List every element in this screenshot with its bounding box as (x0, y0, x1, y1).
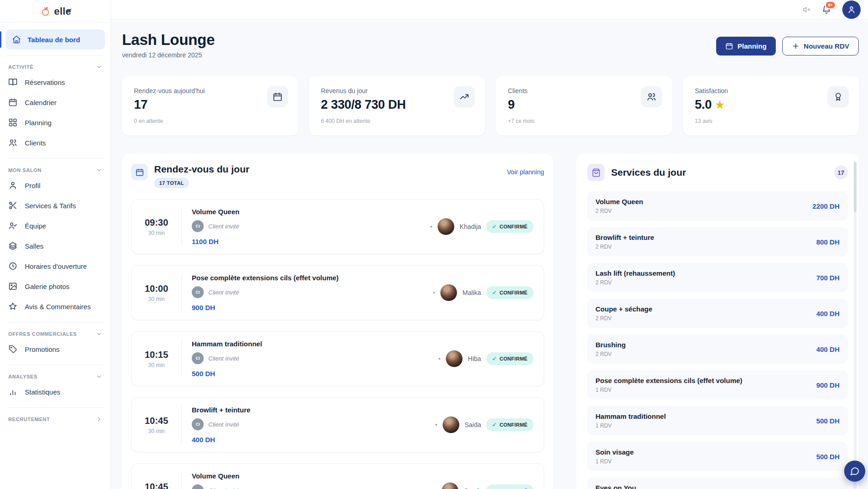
sidebar-item-services-tarifs[interactable]: Services & Tarifs (0, 195, 111, 216)
service-price: 800 DH (816, 238, 840, 246)
sidebar-item-avis[interactable]: Avis & Commentaires (0, 296, 111, 317)
service-price: 2200 DH (812, 202, 840, 210)
chat-button[interactable] (844, 461, 865, 482)
new-rdv-button[interactable]: Nouveau RDV (782, 37, 859, 56)
brand-name: elle (54, 6, 72, 17)
appointment-time: 10:15 (142, 350, 171, 360)
sidebar-item-statistiques[interactable]: Statistiques (0, 382, 111, 402)
topbar: 9+ (111, 0, 868, 19)
appointment-duration: 30 min (142, 362, 171, 368)
service-name: Brushing (595, 341, 626, 349)
service-rdv-count: 1 RDV (595, 387, 742, 393)
notification-count-badge: 9+ (825, 1, 836, 9)
user-menu-avatar[interactable] (842, 0, 861, 19)
service-rdv-count: 2 RDV (595, 279, 675, 286)
appointment-time: 10:45 (142, 482, 171, 489)
service-price: 500 DH (816, 453, 840, 461)
service-price: 700 DH (816, 274, 840, 282)
bullet-dot (430, 226, 432, 228)
divider (181, 472, 182, 489)
check-icon: ✓ (492, 289, 497, 296)
sidebar-item-calendrier[interactable]: Calendrier (0, 92, 111, 112)
service-price: 900 DH (816, 381, 840, 389)
appointment-time: 09:30 (142, 217, 171, 228)
staff-name: Sarah (464, 487, 481, 489)
sidebar-item-galerie[interactable]: Galerie photos (0, 276, 111, 296)
service-rdv-count: 2 RDV (595, 351, 626, 357)
stat-card-revenue: Revenus du jour 2 330/8 730 DH 6 400 DH … (309, 76, 485, 135)
staff-photo-avatar (437, 218, 455, 235)
section-analyses[interactable]: ANALYSES (8, 373, 102, 380)
appointment-price: 500 DH (192, 370, 439, 378)
service-rdv-count: 1 RDV (595, 422, 666, 429)
star-icon: ★ (715, 99, 724, 111)
section-activite[interactable]: ACTIVITÉ (8, 64, 102, 70)
scrollbar-thumb[interactable] (854, 162, 857, 212)
service-row: Eyes on You 1 RDV 500 DH (587, 478, 848, 489)
divider (181, 406, 182, 444)
chevron-down-icon (96, 373, 102, 380)
page-title: Lash Lounge (122, 31, 215, 49)
appointment-row[interactable]: 10:00 30 min Pose complète extensions ci… (131, 265, 544, 320)
brand-logo: elle (0, 0, 111, 23)
user-icon (8, 181, 17, 190)
appointment-row[interactable]: 10:45 30 min Volume Queen CI Client invi… (131, 463, 544, 489)
main-area: 9+ Lash Lounge vendredi 12 décembre 2025… (111, 0, 868, 489)
service-row: Soin visage 1 RDV 500 DH (587, 442, 848, 471)
star-icon (8, 302, 17, 311)
appointment-price: 900 DH (192, 304, 433, 311)
appointments-total-badge: 17 TOTAL (154, 178, 189, 188)
sidebar-item-reservations[interactable]: Réservations (0, 72, 111, 92)
trending-up-icon (454, 86, 475, 107)
peach-logo-icon (39, 6, 51, 17)
volume-muted-icon[interactable] (802, 6, 811, 14)
voir-planning-link[interactable]: Voir planning (507, 168, 544, 176)
sidebar: elle Tableau de bord ACTIVITÉ Réservatio… (0, 0, 111, 489)
sidebar-item-clients[interactable]: Clients (0, 133, 111, 153)
service-rdv-count: 2 RDV (595, 208, 643, 214)
users-icon (8, 138, 17, 147)
sidebar-item-profil[interactable]: Profil (0, 175, 111, 195)
notifications-bell[interactable]: 9+ (822, 5, 831, 14)
appointment-row[interactable]: 10:45 30 min Browlift + teinture CI Clie… (131, 397, 544, 452)
services-list: Volume Queen 2 RDV 2200 DH Browlift + te… (587, 191, 848, 489)
appointment-duration: 30 min (142, 230, 171, 236)
appointment-service: Volume Queen (192, 208, 430, 216)
home-icon (12, 35, 21, 44)
appointment-row[interactable]: 09:30 30 min Volume Queen CI Client invi… (131, 199, 544, 254)
sidebar-item-promotions[interactable]: Promotions (0, 339, 111, 359)
section-offres[interactable]: OFFRES COMMERCIALES (8, 331, 102, 337)
sidebar-item-dashboard[interactable]: Tableau de bord (6, 29, 105, 50)
staff-photo-avatar (441, 482, 459, 489)
service-row: Lash lift (rehaussement) 2 RDV 700 DH (587, 263, 848, 292)
client-initials-avatar: CI (192, 418, 204, 430)
sidebar-item-horaires[interactable]: Horaires d'ouverture (0, 256, 111, 276)
service-rdv-count: 1 RDV (595, 458, 634, 465)
calendar-icon (267, 86, 288, 107)
award-icon (828, 86, 849, 107)
stat-cards: Rendez-vous aujourd'hui 17 0 en attente … (122, 76, 859, 135)
appointment-price: 400 DH (192, 436, 435, 444)
calendar-icon (725, 42, 733, 50)
planning-button[interactable]: Planning (716, 37, 775, 56)
layers-icon (8, 241, 17, 250)
grid-icon (8, 118, 17, 127)
check-icon: ✓ (492, 422, 497, 428)
chevron-down-icon (96, 331, 102, 337)
users-icon (641, 86, 662, 107)
bar-chart-icon (8, 387, 17, 396)
appointment-row[interactable]: 10:15 30 min Hammam traditionnel CI Clie… (131, 331, 544, 386)
sidebar-item-salles[interactable]: Salles (0, 236, 111, 256)
section-recrutement[interactable]: RECRUTEMENT (8, 416, 102, 422)
status-badge: ✓ CONFIRMÉ (486, 286, 534, 299)
user-icon (847, 5, 856, 14)
section-mon-salon[interactable]: MON SALON (8, 167, 102, 173)
service-price: 400 DH (816, 345, 840, 353)
image-icon (8, 282, 17, 291)
staff-photo-avatar (440, 284, 457, 301)
sidebar-item-equipe[interactable]: Équipe (0, 216, 111, 236)
service-row: Coupe + séchage 2 RDV 400 DH (587, 299, 848, 328)
appointment-time: 10:00 (142, 283, 171, 294)
services-panel: Services du jour 17 Volume Queen 2 RDV 2… (576, 154, 859, 489)
sidebar-item-planning[interactable]: Planning (0, 112, 111, 133)
